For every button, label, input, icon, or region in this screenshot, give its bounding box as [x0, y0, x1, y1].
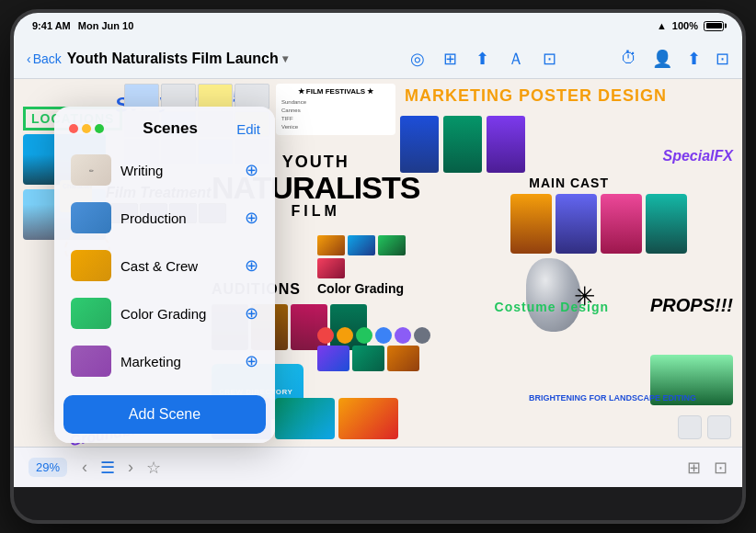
scene-item-cast[interactable]: Cast & Crew ⊕	[63, 243, 266, 289]
scene-thumb-production	[71, 202, 111, 233]
upload-toolbar-icon[interactable]: ⬆	[475, 49, 489, 69]
poster-thumb-purple	[487, 116, 525, 173]
cast-photo-1	[510, 194, 552, 254]
text-toolbar-icon[interactable]: Ａ	[508, 48, 524, 70]
scene-arrow-cast: ⊕	[245, 255, 258, 276]
scene-arrow-writing: ⊕	[245, 160, 258, 180]
thumb-cast-bg	[71, 250, 111, 281]
scene-arrow-production: ⊕	[245, 208, 258, 228]
battery-percentage: 100%	[672, 20, 698, 31]
scene-thumb-cast	[71, 250, 111, 281]
grid-small-icon[interactable]: ⊞	[687, 458, 701, 478]
scene-item-writing[interactable]: ✏ Writing ⊕	[63, 147, 266, 193]
thumb-writing-bg: ✏	[71, 154, 111, 186]
color-grading-canvas-label: Color Grading	[317, 281, 404, 296]
poster-thumb-green	[443, 116, 482, 173]
storyboard-cell	[198, 84, 233, 109]
bottom-photo-2	[275, 398, 335, 439]
scenes-panel: Scenes Edit ✏ Writing ⊕	[54, 107, 275, 443]
scene-arrow-color: ⊕	[245, 303, 258, 323]
mosaic-cell	[317, 235, 345, 255]
back-label: Back	[33, 51, 62, 66]
time-display: 9:41 AM	[32, 20, 71, 31]
scene-thumb-writing: ✏	[71, 154, 111, 186]
circle-toolbar-icon[interactable]: ◎	[410, 49, 425, 69]
chevron-right-nav-icon[interactable]: ›	[128, 458, 133, 477]
swatch-blue	[375, 327, 392, 344]
mosaic-cell	[317, 258, 345, 278]
color-swatches	[317, 327, 430, 344]
color-palette-photos	[317, 346, 419, 371]
cast-photo-3	[601, 194, 642, 254]
panel-title: Scenes	[104, 119, 236, 138]
scene-thumb-color	[71, 298, 111, 329]
timer-toolbar-icon[interactable]: ⏱	[621, 49, 637, 68]
scene-arrow-marketing: ⊕	[245, 351, 258, 371]
dot-red[interactable]	[69, 124, 78, 133]
page-indicator	[678, 415, 731, 439]
thumb-color-bg	[71, 298, 111, 329]
edit-button[interactable]: Edit	[236, 121, 260, 137]
date-display: Mon Jun 10	[78, 20, 134, 31]
wifi-icon: ▲	[657, 20, 667, 31]
star-nav-icon[interactable]: ☆	[146, 458, 161, 478]
scene-item-production[interactable]: Production ⊕	[63, 195, 266, 241]
bottom-photo-3	[338, 398, 398, 439]
dot-yellow[interactable]	[82, 124, 91, 133]
share-toolbar-icon[interactable]: ⬆	[687, 49, 701, 69]
toolbar: ‹ Back Youth Naturalists Film Launch ▾ ◎…	[14, 39, 742, 79]
swatch-red	[317, 327, 334, 344]
costume-design-label: Costume Design	[495, 300, 609, 314]
chevron-left-nav-icon[interactable]: ‹	[82, 458, 87, 477]
add-scene-button[interactable]: Add Scene	[63, 395, 266, 434]
scene-name-color: Color Grading	[120, 306, 235, 322]
dot-green[interactable]	[95, 124, 104, 133]
cp-photo-3	[387, 346, 419, 371]
panel-header: Scenes Edit	[54, 107, 275, 147]
scene-name-cast: Cast & Crew	[120, 258, 235, 274]
page-thumb-1	[678, 415, 702, 439]
zoom-level[interactable]: 29%	[29, 458, 67, 477]
battery-icon	[704, 21, 724, 31]
thumb-production-bg	[71, 202, 111, 233]
image-toolbar-icon[interactable]: ⊡	[543, 49, 556, 69]
content-area: Storyboard! LOCATIONS	[14, 79, 742, 487]
swatch-orange	[337, 327, 353, 344]
mosaic-cell	[378, 235, 406, 255]
film-festivals-box: ★ FILM FESTIVALS ★ SundanceCannesTIFFVen…	[276, 84, 395, 135]
chevron-left-icon: ‹	[27, 51, 31, 66]
swatch-purple	[395, 327, 411, 344]
back-button[interactable]: ‹ Back	[27, 51, 62, 66]
list-nav-icon[interactable]: ☰	[100, 458, 115, 478]
scene-list: ✏ Writing ⊕ Production ⊕	[54, 147, 275, 384]
storyboard-cell	[124, 84, 159, 109]
mosaic-cell	[348, 235, 375, 255]
cp-photo-1	[317, 346, 349, 371]
storyboard-cell	[235, 84, 269, 109]
toolbar-right-icons: ⏱ 👤 ⬆ ⊡	[621, 49, 729, 69]
cast-photos	[510, 194, 687, 254]
bottom-bar: 29% ‹ ☰ › ☆ ⊞ ⊡	[14, 447, 742, 487]
panel-dots	[69, 124, 104, 133]
storyboard-cell	[161, 84, 196, 109]
film-festivals-title: ★ FILM FESTIVALS ★	[281, 87, 390, 96]
3d-silver-element	[526, 258, 581, 332]
expand-toolbar-icon[interactable]: ⊡	[716, 49, 729, 69]
scene-item-marketing[interactable]: Marketing ⊕	[63, 338, 266, 384]
bottom-right-icons: ⊞ ⊡	[687, 458, 727, 478]
expand-bottom-icon[interactable]: ⊡	[714, 458, 727, 478]
ipad-device: 9:41 AM Mon Jun 10 ▲ 100% ‹ Back Youth N…	[10, 9, 746, 524]
cast-photo-4	[646, 194, 687, 254]
scene-item-color-grading[interactable]: Color Grading ⊕	[63, 290, 266, 336]
swatch-gray	[414, 327, 430, 344]
grid-toolbar-icon[interactable]: ⊞	[443, 49, 457, 69]
bottom-nav-icons: ‹ ☰ › ☆	[82, 458, 161, 478]
color-grading-mosaic	[317, 235, 409, 278]
main-cast-label: MAIN CAST	[529, 176, 609, 190]
special-fx-label: SpecialFX	[663, 148, 733, 164]
person-plus-toolbar-icon[interactable]: 👤	[652, 49, 672, 69]
scene-name-production: Production	[120, 210, 235, 226]
cp-photo-2	[352, 346, 384, 371]
scene-thumb-marketing	[71, 346, 111, 377]
scene-name-writing: Writing	[120, 163, 235, 178]
